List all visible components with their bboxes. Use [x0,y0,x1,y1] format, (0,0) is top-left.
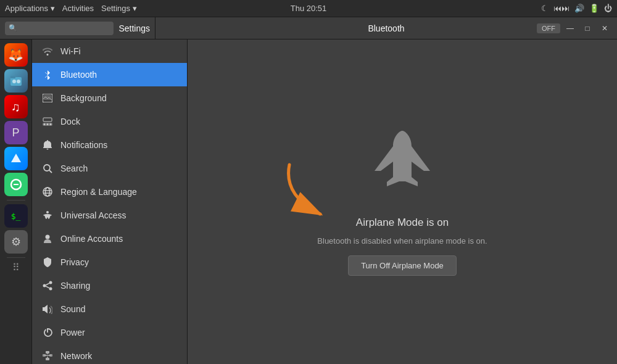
dock-divider-2 [7,257,25,258]
dock-icon-files[interactable] [4,69,28,93]
window-title: Bluetooth [368,23,404,33]
main-content-panel: Airplane Mode is on Bluetooth is disable… [188,39,617,364]
privacy-icon [42,257,53,268]
search-label: Search [60,163,177,173]
window-controls: OFF — □ ✕ [537,21,612,36]
sidebar-item-search[interactable]: Search [32,157,187,180]
settings-menu[interactable]: Settings ▾ [101,4,137,13]
region-label: Region & Language [60,187,177,197]
applications-menu[interactable]: Applications ▾ [5,4,55,13]
sound-label: Sound [60,304,177,314]
volume-icon[interactable]: 🔊 [574,4,584,13]
search-box[interactable]: 🔍 [5,22,114,35]
svg-point-9 [44,123,46,125]
airplane-icon [365,128,439,204]
sidebar-item-universal[interactable]: Universal Access [32,204,187,227]
dock-icon-appstore[interactable] [4,147,28,170]
sidebar-header-title: Settings [118,23,150,33]
system-bar: Applications ▾ Activities Settings ▾ Thu… [0,0,617,17]
sound-icon [42,304,53,315]
settings-sidebar: Wi-Fi Bluetooth [32,39,188,364]
power-icon-sidebar [42,327,53,338]
dock-icon-terminal[interactable]: $_ [4,204,28,228]
app-dock: 🦊 ♫ P [0,39,32,364]
dock-icon-app1[interactable]: P [4,121,28,144]
universal-access-icon [42,210,53,221]
privacy-label: Privacy [60,257,177,267]
sharing-icon [42,280,53,291]
network-icon [42,350,53,362]
airplane-mode-container: Airplane Mode is on Bluetooth is disable… [317,128,487,276]
sidebar-item-sound[interactable]: Sound [32,297,187,321]
bell-icon [42,139,53,151]
svg-line-25 [46,286,49,288]
dock-icon-firefox[interactable]: 🦊 [4,43,28,67]
dock-icon-settings[interactable]: ⚙ [4,230,28,254]
turn-off-airplane-button[interactable]: Turn Off Airplane Mode [348,255,457,276]
night-mode-icon[interactable]: ☾ [541,4,549,13]
wifi-label: Wi-Fi [60,46,177,56]
sidebar-item-sharing[interactable]: Sharing [32,274,187,297]
content-area: 🦊 ♫ P [0,39,617,364]
sidebar-item-notifications[interactable]: Notifications [32,133,187,157]
globe-icon [42,186,53,197]
clock: Thu 20:51 [291,4,327,13]
bluetooth-icon [42,69,53,80]
accounts-icon [42,233,53,244]
dock-divider [7,200,25,201]
svg-point-23 [49,287,52,291]
battery-icon[interactable]: 🔋 [589,4,599,13]
sidebar-item-online-accounts[interactable]: Online Accounts [32,227,187,250]
media-control-icon[interactable]: ⏮⏭ [553,4,569,13]
title-bar-sidebar: 🔍 Settings [0,17,155,39]
svg-rect-26 [46,358,49,360]
dock-label: Dock [60,117,177,126]
power-label: Power [60,328,177,337]
svg-rect-12 [43,118,52,122]
svg-point-16 [46,188,50,196]
airplane-mode-title: Airplane Mode is on [356,217,449,229]
svg-point-22 [43,284,46,287]
sidebar-item-bluetooth[interactable]: Bluetooth [32,63,187,86]
maximize-button[interactable]: □ [580,21,595,36]
dock-icon-sidebar [42,116,53,127]
svg-rect-29 [46,351,49,354]
sidebar-item-background[interactable]: Background [32,86,187,110]
title-bar: 🔍 Settings Bluetooth OFF — □ ✕ [0,17,617,39]
background-icon [42,93,53,104]
sidebar-item-network[interactable]: Network [32,344,187,364]
activities-menu[interactable]: Activities [62,4,94,13]
notifications-label: Notifications [60,140,177,150]
sidebar-item-wifi[interactable]: Wi-Fi [32,39,187,63]
background-label: Background [60,93,177,103]
sidebar-item-region[interactable]: Region & Language [32,180,187,204]
sidebar-item-dock[interactable]: Dock [32,110,187,133]
online-accounts-label: Online Accounts [60,234,177,244]
sidebar-item-power[interactable]: Power [32,321,187,344]
bluetooth-label: Bluetooth [60,70,177,80]
close-button[interactable]: ✕ [597,21,612,36]
network-label: Network [60,351,177,361]
svg-point-10 [47,123,49,125]
svg-point-20 [46,235,50,239]
minimize-button[interactable]: — [563,21,578,36]
dock-icon-app2[interactable] [4,173,28,196]
system-bar-left: Applications ▾ Activities Settings ▾ [5,4,137,13]
sharing-label: Sharing [60,281,177,291]
dock-show-apps[interactable]: ⠿ [12,262,20,273]
title-bar-main: Bluetooth OFF — □ ✕ [155,23,617,33]
power-icon[interactable]: ⏻ [604,4,612,13]
svg-point-3 [12,80,16,83]
dock-icon-music[interactable]: ♫ [4,95,28,118]
bluetooth-toggle[interactable]: OFF [537,23,560,33]
svg-point-13 [44,165,50,171]
svg-point-11 [50,123,52,125]
search-icon: 🔍 [9,24,17,32]
sidebar-item-privacy[interactable]: Privacy [32,250,187,274]
system-bar-right: ☾ ⏮⏭ 🔊 🔋 ⏻ [541,4,612,13]
svg-point-2 [17,80,20,83]
orange-arrow [271,152,351,226]
universal-label: Universal Access [60,210,177,220]
svg-point-19 [46,211,49,213]
svg-line-24 [46,283,49,285]
